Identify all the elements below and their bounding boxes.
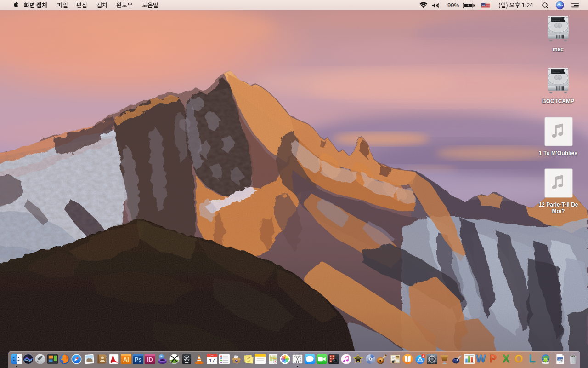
svg-text:99%: 99% [447,2,459,9]
svg-text:P: P [489,354,496,364]
svg-text:MOV: MOV [559,362,562,363]
svg-text:W: W [476,354,486,364]
svg-text:Ai: Ai [123,356,129,363]
svg-text:L: L [529,354,535,364]
svg-text:Ps: Ps [135,356,141,363]
svg-text:JUL: JUL [210,354,214,356]
svg-text:O: O [515,354,523,364]
svg-text:4: 4 [422,354,424,357]
svg-text:17: 17 [209,358,215,363]
svg-text:ID: ID [147,356,153,363]
svg-text:X: X [502,354,509,364]
svg-text:Q: Q [236,360,237,362]
